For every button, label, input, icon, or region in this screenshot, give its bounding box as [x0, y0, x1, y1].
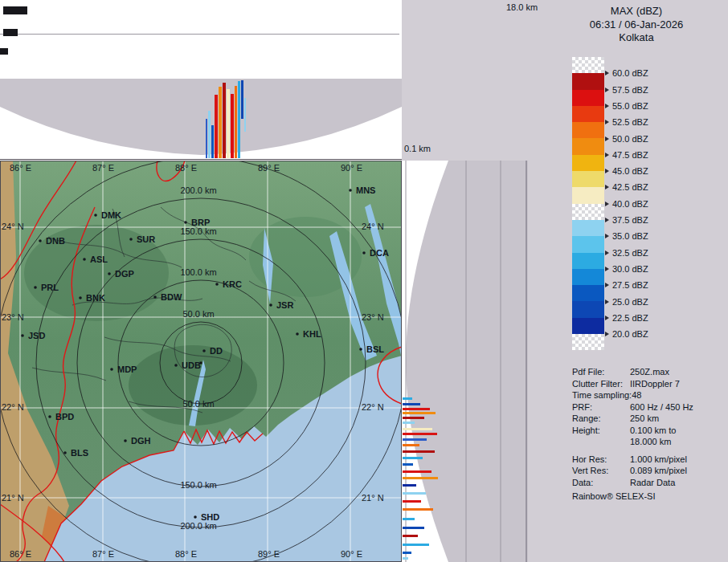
radar-map: 200.0 km150.0 km100.0 km50.0 km50.0 km15…	[0, 161, 402, 562]
info-value: 0.089 km/pixel	[630, 466, 687, 475]
city-label: JSD	[28, 331, 45, 340]
city-marker	[202, 349, 206, 352]
scale-label-text: 42.5 dBZ	[612, 182, 648, 192]
city-label: DMK	[101, 210, 121, 220]
range-ring-label: 150.0 km	[180, 226, 216, 236]
scale-cell	[572, 204, 604, 220]
graticule-label: 90° E	[341, 549, 362, 559]
city-marker	[129, 238, 133, 241]
scale-tick-arrow-icon	[605, 332, 609, 336]
scale-tick-arrow-icon	[605, 169, 609, 173]
info-row: Time sampling:48	[572, 389, 693, 401]
city-label: SHD	[201, 512, 219, 522]
echo-bar	[215, 95, 218, 158]
dbz-color-scale	[572, 57, 604, 350]
scale-tick-arrow-icon	[605, 218, 609, 222]
scale-label-text: 35.0 dBZ	[612, 231, 648, 241]
graticule-label: 87° E	[92, 163, 114, 173]
echo-bar	[227, 89, 230, 158]
info-row: Range:250 km	[572, 413, 693, 425]
city-marker	[34, 286, 37, 289]
echo-bar	[403, 484, 416, 487]
info-value: 250 km	[630, 413, 659, 423]
echo-bar	[403, 463, 413, 466]
scale-label: 27.5 dBZ	[605, 279, 648, 291]
info-label: Time sampling:	[572, 389, 632, 401]
scale-label-text: 60.0 dBZ	[612, 68, 648, 78]
echo-bar	[403, 450, 435, 453]
scale-label: 35.0 dBZ	[605, 230, 648, 242]
scale-label-text: 40.0 dBZ	[612, 199, 648, 209]
scale-cell	[572, 301, 604, 317]
info-label: Range:	[572, 413, 630, 425]
scale-cell	[572, 285, 604, 301]
scale-cell	[572, 253, 604, 269]
city-label: BSL	[366, 344, 384, 354]
echo-bar	[403, 403, 420, 405]
scale-label-text: 57.5 dBZ	[612, 85, 648, 95]
scale-cell	[572, 171, 604, 187]
city-marker	[124, 439, 127, 442]
graticule-label: 24° N	[362, 222, 384, 231]
scale-label-text: 47.5 dBZ	[612, 150, 648, 160]
info-label: Pdf File:	[572, 366, 630, 378]
info-row: Hor Res:1.000 km/pixel	[572, 454, 693, 466]
graticule-label: 23° N	[362, 312, 384, 322]
scale-tick-arrow-icon	[605, 316, 609, 320]
graticule-label: 86° E	[10, 549, 31, 559]
range-ring-label: 200.0 km	[180, 521, 216, 531]
scale-cell	[572, 155, 604, 171]
vertical-projection-side-panel	[402, 161, 528, 562]
scale-label-text: 52.5 dBZ	[612, 117, 648, 127]
scale-cell	[572, 138, 604, 154]
range-ring-label: 50.0 km	[182, 309, 214, 319]
scale-tick-arrow-icon	[605, 185, 609, 189]
echo-bar	[403, 397, 412, 400]
echo-bar	[231, 94, 234, 158]
scale-cell	[572, 106, 604, 122]
scale-tick-arrow-icon	[605, 104, 609, 108]
graticule-label: 89° E	[258, 163, 280, 173]
city-label: BRP	[191, 218, 210, 227]
info-label: PRF:	[572, 401, 630, 413]
scale-tick-arrow-icon	[605, 202, 609, 206]
scale-label: 32.5 dBZ	[605, 247, 648, 259]
scale-label-text: 27.5 dBZ	[612, 280, 648, 290]
scale-tick-arrow-icon	[605, 299, 609, 304]
scale-label: 60.0 dBZ	[605, 67, 648, 79]
echo-bar	[219, 87, 222, 158]
info-value: 1.000 km/pixel	[630, 454, 687, 464]
scale-label: 37.5 dBZ	[605, 214, 648, 226]
city-marker	[110, 368, 113, 371]
echo-bar	[403, 422, 415, 424]
info-value: 250Z.max	[630, 367, 669, 377]
city-label: BDW	[161, 292, 182, 302]
echo-bar	[206, 119, 207, 158]
graticule-label: 23° N	[2, 312, 24, 322]
scale-label-text: 20.0 dBZ	[612, 329, 648, 339]
echo-bar	[235, 86, 237, 158]
city-label: ASL	[90, 255, 108, 264]
scale-tick-arrow-icon	[605, 283, 609, 287]
info-value: 18.000 km	[630, 437, 671, 446]
scale-cell	[572, 73, 604, 89]
scale-cell	[572, 187, 604, 203]
scale-label-text: 30.0 dBZ	[612, 264, 648, 274]
echo-bar	[403, 492, 426, 495]
city-label: SUR	[137, 234, 155, 244]
scale-label: 25.0 dBZ	[605, 296, 648, 307]
scale-tick-arrow-icon	[605, 71, 609, 75]
city-label: PRL	[41, 283, 59, 292]
info-label: Height:	[572, 425, 630, 437]
echo-bar	[403, 527, 424, 529]
echo-bar	[403, 417, 424, 419]
echo-bar	[244, 98, 246, 132]
city-marker	[296, 332, 299, 336]
city-marker	[153, 295, 157, 299]
range-ring-label: 50.0 km	[182, 399, 214, 409]
top-echo-layer	[0, 0, 402, 161]
echo-bar	[403, 470, 431, 473]
graticule-label: 88° E	[175, 549, 197, 559]
scale-cell	[572, 220, 604, 236]
city-label: UDB	[182, 360, 201, 370]
